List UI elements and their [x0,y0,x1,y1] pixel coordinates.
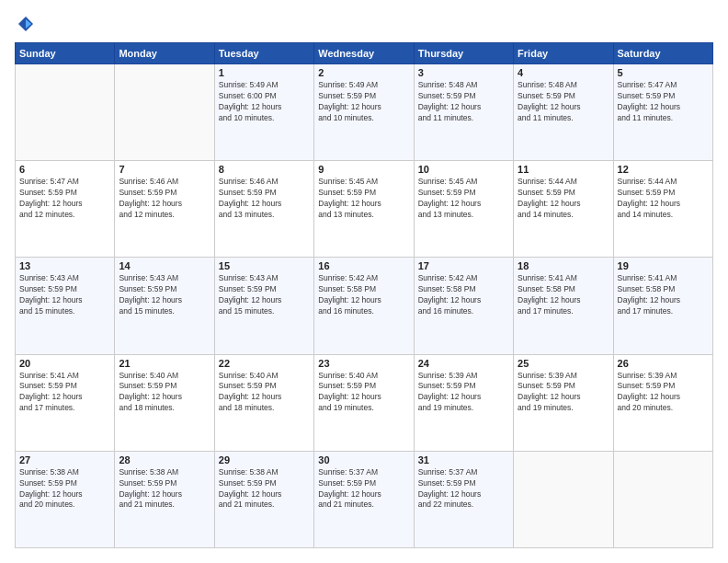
calendar-cell: 16Sunrise: 5:42 AM Sunset: 5:58 PM Dayli… [314,258,414,354]
day-info: Sunrise: 5:44 AM Sunset: 5:59 PM Dayligh… [518,177,609,221]
day-info: Sunrise: 5:38 AM Sunset: 5:59 PM Dayligh… [19,467,110,511]
logo [15,15,37,33]
day-info: Sunrise: 5:37 AM Sunset: 5:59 PM Dayligh… [418,467,509,511]
day-info: Sunrise: 5:47 AM Sunset: 5:59 PM Dayligh… [19,177,110,221]
day-number: 26 [618,358,709,369]
calendar-cell: 1Sunrise: 5:49 AM Sunset: 6:00 PM Daylig… [214,64,313,161]
calendar-cell: 4Sunrise: 5:48 AM Sunset: 5:59 PM Daylig… [514,64,613,161]
calendar-cell [514,451,613,547]
calendar-cell: 8Sunrise: 5:46 AM Sunset: 5:59 PM Daylig… [214,161,313,258]
day-number: 11 [518,164,609,175]
day-info: Sunrise: 5:45 AM Sunset: 5:59 PM Dayligh… [318,177,409,221]
day-info: Sunrise: 5:48 AM Sunset: 5:59 PM Dayligh… [418,80,509,124]
calendar-cell: 10Sunrise: 5:45 AM Sunset: 5:59 PM Dayli… [414,161,513,258]
day-number: 24 [418,358,509,369]
day-info: Sunrise: 5:37 AM Sunset: 5:59 PM Dayligh… [318,467,409,511]
day-info: Sunrise: 5:46 AM Sunset: 5:59 PM Dayligh… [219,177,310,221]
calendar-cell: 3Sunrise: 5:48 AM Sunset: 5:59 PM Daylig… [414,64,513,161]
header [15,15,713,33]
calendar-cell: 30Sunrise: 5:37 AM Sunset: 5:59 PM Dayli… [314,451,414,547]
day-number: 15 [219,260,310,271]
calendar-cell: 13Sunrise: 5:43 AM Sunset: 5:59 PM Dayli… [16,258,115,354]
day-info: Sunrise: 5:40 AM Sunset: 5:59 PM Dayligh… [119,371,210,415]
calendar-cell: 9Sunrise: 5:45 AM Sunset: 5:59 PM Daylig… [314,161,414,258]
day-info: Sunrise: 5:44 AM Sunset: 5:59 PM Dayligh… [618,177,709,221]
day-number: 30 [318,454,409,465]
day-info: Sunrise: 5:42 AM Sunset: 5:58 PM Dayligh… [418,273,509,317]
day-number: 4 [518,67,609,78]
calendar-cell: 31Sunrise: 5:37 AM Sunset: 5:59 PM Dayli… [414,451,513,547]
calendar-header-tuesday: Tuesday [214,43,313,64]
calendar-header-monday: Monday [115,43,214,64]
day-info: Sunrise: 5:43 AM Sunset: 5:59 PM Dayligh… [119,273,210,317]
day-number: 16 [318,260,409,271]
calendar-cell: 5Sunrise: 5:47 AM Sunset: 5:59 PM Daylig… [613,64,712,161]
calendar-cell: 17Sunrise: 5:42 AM Sunset: 5:58 PM Dayli… [414,258,513,354]
calendar-week-row: 13Sunrise: 5:43 AM Sunset: 5:59 PM Dayli… [16,258,713,354]
calendar-cell: 19Sunrise: 5:41 AM Sunset: 5:58 PM Dayli… [613,258,712,354]
day-number: 6 [19,164,110,175]
day-number: 28 [119,454,210,465]
day-info: Sunrise: 5:39 AM Sunset: 5:59 PM Dayligh… [618,371,709,415]
logo-text [15,15,37,33]
day-info: Sunrise: 5:41 AM Sunset: 5:58 PM Dayligh… [618,273,709,317]
logo-icon [17,15,35,33]
day-info: Sunrise: 5:42 AM Sunset: 5:58 PM Dayligh… [318,273,409,317]
day-number: 8 [219,164,310,175]
calendar-header-friday: Friday [514,43,613,64]
calendar-cell: 11Sunrise: 5:44 AM Sunset: 5:59 PM Dayli… [514,161,613,258]
calendar-week-row: 6Sunrise: 5:47 AM Sunset: 5:59 PM Daylig… [16,161,713,258]
calendar-cell: 21Sunrise: 5:40 AM Sunset: 5:59 PM Dayli… [115,354,214,451]
day-number: 18 [518,260,609,271]
day-info: Sunrise: 5:38 AM Sunset: 5:59 PM Dayligh… [219,467,310,511]
day-number: 14 [119,260,210,271]
day-info: Sunrise: 5:40 AM Sunset: 5:59 PM Dayligh… [318,371,409,415]
calendar-cell: 18Sunrise: 5:41 AM Sunset: 5:58 PM Dayli… [514,258,613,354]
day-number: 5 [618,67,709,78]
day-info: Sunrise: 5:47 AM Sunset: 5:59 PM Dayligh… [618,80,709,124]
day-number: 21 [119,358,210,369]
calendar-cell: 20Sunrise: 5:41 AM Sunset: 5:59 PM Dayli… [16,354,115,451]
day-number: 13 [19,260,110,271]
day-number: 10 [418,164,509,175]
day-number: 23 [318,358,409,369]
day-info: Sunrise: 5:43 AM Sunset: 5:59 PM Dayligh… [19,273,110,317]
day-number: 19 [618,260,709,271]
day-number: 1 [219,67,310,78]
day-info: Sunrise: 5:49 AM Sunset: 5:59 PM Dayligh… [318,80,409,124]
calendar-cell: 26Sunrise: 5:39 AM Sunset: 5:59 PM Dayli… [613,354,712,451]
calendar: SundayMondayTuesdayWednesdayThursdayFrid… [15,42,713,548]
calendar-cell: 15Sunrise: 5:43 AM Sunset: 5:59 PM Dayli… [214,258,313,354]
day-number: 3 [418,67,509,78]
day-info: Sunrise: 5:39 AM Sunset: 5:59 PM Dayligh… [418,371,509,415]
calendar-cell: 27Sunrise: 5:38 AM Sunset: 5:59 PM Dayli… [16,451,115,547]
day-info: Sunrise: 5:43 AM Sunset: 5:59 PM Dayligh… [219,273,310,317]
day-number: 2 [318,67,409,78]
calendar-header-row: SundayMondayTuesdayWednesdayThursdayFrid… [16,43,713,64]
day-number: 29 [219,454,310,465]
calendar-header-wednesday: Wednesday [314,43,414,64]
calendar-header-saturday: Saturday [613,43,712,64]
day-number: 22 [219,358,310,369]
calendar-header-sunday: Sunday [16,43,115,64]
day-info: Sunrise: 5:40 AM Sunset: 5:59 PM Dayligh… [219,371,310,415]
day-number: 31 [418,454,509,465]
day-info: Sunrise: 5:49 AM Sunset: 6:00 PM Dayligh… [219,80,310,124]
day-number: 20 [19,358,110,369]
day-info: Sunrise: 5:48 AM Sunset: 5:59 PM Dayligh… [518,80,609,124]
day-number: 7 [119,164,210,175]
calendar-header-thursday: Thursday [414,43,513,64]
day-info: Sunrise: 5:41 AM Sunset: 5:58 PM Dayligh… [518,273,609,317]
calendar-cell: 22Sunrise: 5:40 AM Sunset: 5:59 PM Dayli… [214,354,313,451]
day-info: Sunrise: 5:41 AM Sunset: 5:59 PM Dayligh… [19,371,110,415]
calendar-cell: 24Sunrise: 5:39 AM Sunset: 5:59 PM Dayli… [414,354,513,451]
day-info: Sunrise: 5:38 AM Sunset: 5:59 PM Dayligh… [119,467,210,511]
calendar-cell: 25Sunrise: 5:39 AM Sunset: 5:59 PM Dayli… [514,354,613,451]
day-info: Sunrise: 5:39 AM Sunset: 5:59 PM Dayligh… [518,371,609,415]
calendar-cell: 6Sunrise: 5:47 AM Sunset: 5:59 PM Daylig… [16,161,115,258]
page: SundayMondayTuesdayWednesdayThursdayFrid… [0,0,728,563]
calendar-cell: 23Sunrise: 5:40 AM Sunset: 5:59 PM Dayli… [314,354,414,451]
day-number: 27 [19,454,110,465]
day-number: 9 [318,164,409,175]
day-info: Sunrise: 5:45 AM Sunset: 5:59 PM Dayligh… [418,177,509,221]
